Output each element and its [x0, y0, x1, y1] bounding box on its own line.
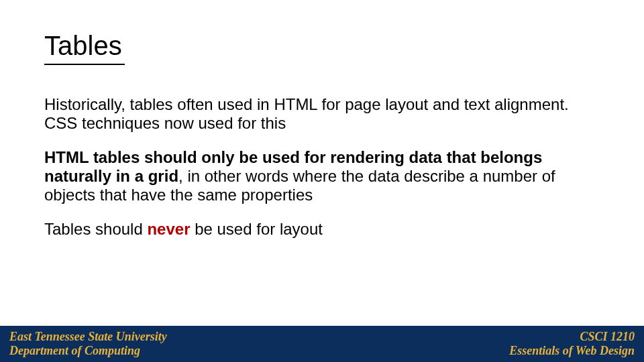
footer-right: CSCI 1210 Essentials of Web Design — [509, 330, 635, 357]
slide-body: Historically, tables often used in HTML … — [44, 95, 600, 253]
slide: Tables Historically, tables often used i… — [0, 0, 644, 362]
paragraph-2: HTML tables should only be used for rend… — [44, 148, 600, 205]
paragraph-3-never: never — [147, 220, 190, 238]
footer-course-name: Essentials of Web Design — [509, 344, 635, 358]
footer-left: East Tennessee State University Departme… — [9, 330, 167, 357]
footer-course-code: CSCI 1210 — [509, 330, 635, 344]
slide-title: Tables — [44, 31, 122, 61]
footer-bar: East Tennessee State University Departme… — [0, 326, 644, 362]
paragraph-3: Tables should never be used for layout — [44, 220, 600, 239]
footer-department: Department of Computing — [9, 344, 167, 358]
paragraph-3-pre: Tables should — [44, 220, 147, 238]
footer-university: East Tennessee State University — [9, 330, 167, 344]
paragraph-1: Historically, tables often used in HTML … — [44, 95, 600, 133]
paragraph-3-post: be used for layout — [190, 220, 322, 238]
